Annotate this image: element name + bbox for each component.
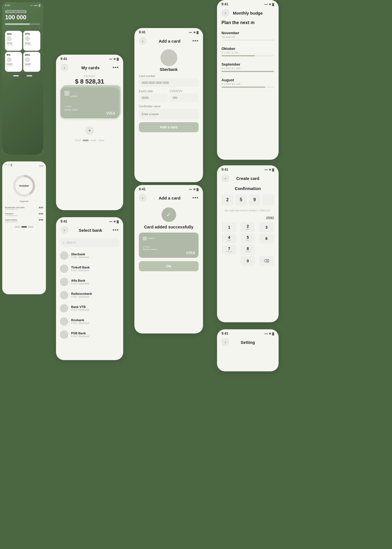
dash-arrow-1[interactable]: › [7,47,20,49]
cardholder-field: Cardholder name [139,105,199,119]
battery-icon: ▓ [272,3,274,6]
bank-item-rosbank[interactable]: Rosbank PJSC Sberbank [56,315,123,328]
battery-icon: ▓ [39,4,40,7]
card-dot-2[interactable] [83,140,89,141]
bank-avatar-raifaisen [60,291,68,299]
mycards-statusbar: 9:41 ▪▪▪ ≋ ▓ [56,55,123,62]
bank-item-psb[interactable]: PSB Bank PJSC Sberbank [56,328,123,341]
success-card-preview: LOGO •• 8421 Alexey Ivanov VISA [139,233,199,258]
nav-dot-2[interactable] [20,75,25,77]
selectbank-menu-button[interactable]: ••• [113,227,119,233]
code-box-1[interactable]: 2 [221,194,234,205]
card-dot-4[interactable] [98,140,104,141]
ok-button[interactable]: Ok [139,261,199,271]
bank-avatar-tinkoff [60,265,68,273]
selectbank-title: Select bank [79,228,102,233]
confirm-back-button[interactable]: ‹ [221,174,229,182]
expense-item-2: Transport 342 transactions $102 [5,212,43,218]
settings-back-button[interactable]: ‹ [221,338,229,346]
mycards-back-button[interactable]: ‹ [60,64,68,71]
code-sent-text: the code was sent to numbur +7(99)-111- [217,208,279,215]
success-menu-button[interactable]: ••• [192,195,199,201]
battery-icon: ▓ [197,188,199,191]
bank-list: Sberbank PJSC Sberbank Tinkoff Bank PJSC… [56,249,123,341]
bank-item-alfa[interactable]: Alfa Bank PJSC Sberbank [56,275,123,289]
code-box-2[interactable]: 5 [235,194,247,205]
add-card-button[interactable]: + [85,126,94,135]
card-dots-row [56,137,123,142]
dash-arrow-2[interactable]: › [25,47,39,49]
success-back-button[interactable]: ‹ [139,194,147,202]
addcard-back-button[interactable]: ‹ [139,37,147,45]
numpad-key-0[interactable]: 0 [241,256,255,266]
dash2-menu-button[interactable]: ••• [39,164,43,168]
addcard-menu-button[interactable]: ••• [192,38,199,44]
nav-dot-3[interactable] [27,75,32,77]
budget-subtitle: Plan the next m [221,20,274,25]
dash-arrow-4[interactable]: › [25,68,39,70]
bank-item-vtb[interactable]: Bank VTB PJSC Sberbank [56,302,123,315]
dash2-dot-3[interactable] [28,226,34,228]
numpad-key-1[interactable]: 1 [222,222,236,232]
code-box-3[interactable]: 9 [249,194,261,205]
numpad-key-4[interactable]: 4 GHI [222,233,236,244]
bank-item-raifaisen[interactable]: Raifaisenbank PJSC Sberbank [56,289,123,302]
numpad-key-8[interactable]: 8 TUV [241,245,255,255]
dash2-dot-1[interactable] [15,226,20,228]
bank-item-sberbank[interactable]: Sberbank PJSC Sberbank [56,249,123,262]
mycards-time: 9:41 [60,57,67,61]
numpad-key-5[interactable]: 5 JKL [241,233,255,244]
phone-selectbank: 9:41 ▪▪▪ ≋ ▓ ‹ Select bank ••• ⌕ Search … [56,217,123,360]
card-front: LOGO •• 8421 Alexey Ivanov VISA [60,87,119,118]
bank-avatar [160,49,177,66]
success-card-number: •• 8421 [143,245,195,248]
signal-icon: ▪▪▪ [265,332,268,335]
expiry-input[interactable] [139,94,168,102]
bank-avatar-vtb [60,304,68,312]
budget-back-button[interactable]: ‹ [221,9,229,17]
bank-item-tinkoff[interactable]: Tinkoff Bank PJSC Sberbank [56,262,123,275]
budget-month-september: September $ 1 200 / $ 1 200 [217,59,279,75]
signal-icon: ▪▪▪ [189,31,192,34]
card-number-input[interactable] [139,78,199,87]
signal-icon: ▪▪▪ [30,4,33,7]
card-dot-1[interactable] [75,140,81,141]
addcard-time: 9:41 [139,30,146,34]
battery-icon: ▓ [117,220,119,223]
phone-budget: 9:41 ▪▪▪ ≋ ▓ ‹ Monthly budge Plan the ne… [217,0,279,160]
numpad-key-7[interactable]: 7 PQGS [222,245,236,255]
nav-dot-1[interactable] [13,75,19,77]
category-cell-2: 37% Shops 342 000 › [23,31,40,51]
battery-icon: ▓ [197,31,199,34]
expense-item-3: Supermarkets 342 transactions $768 [5,218,43,224]
success-card-network: VISA [186,251,195,255]
battery-icon: ▓ [272,332,274,335]
selectbank-time: 9:41 [60,219,67,223]
wifi-icon: ≋ [269,3,271,6]
total-balance-badge: TOTAL BALANCE [5,10,27,13]
signal-icon: ▪▪▪ [189,188,192,191]
confirm-statusbar: 9:41 ▪▪▪ ≋ ▓ [217,165,279,173]
numpad-key-empty2 [222,256,236,266]
search-placeholder: Search [66,241,76,244]
expiry-cvc-row: Expiry date CVC/CVV [139,90,199,102]
code-input-boxes: 2 5 9 [217,192,279,208]
add-card-submit-button[interactable]: Add a card [139,122,199,132]
donut-chart: October [11,173,37,198]
dash2-dot-2[interactable] [21,226,27,228]
numpad-backspace[interactable]: ⌫ [259,256,274,266]
dash-arrow-3[interactable]: › [7,68,20,70]
cvc-input[interactable] [170,94,199,102]
cardholder-input[interactable] [139,109,199,119]
numpad-key-2[interactable]: 2 ABC [241,222,255,232]
selectbank-back-button[interactable]: ‹ [60,226,68,234]
numpad-key-6[interactable]: 6 [259,233,274,244]
bank-avatar-rosbank [60,317,68,326]
numpad-key-3[interactable]: 3 [259,222,274,232]
mycards-menu-button[interactable]: ••• [113,65,119,71]
budget-month-august: August $ 1 200 / $ 1 440 [217,75,279,91]
code-box-4[interactable] [262,194,274,205]
card-dot-3[interactable] [90,140,97,141]
expiry-field: Expiry date [139,90,168,102]
wifi-icon: ≋ [269,168,271,171]
